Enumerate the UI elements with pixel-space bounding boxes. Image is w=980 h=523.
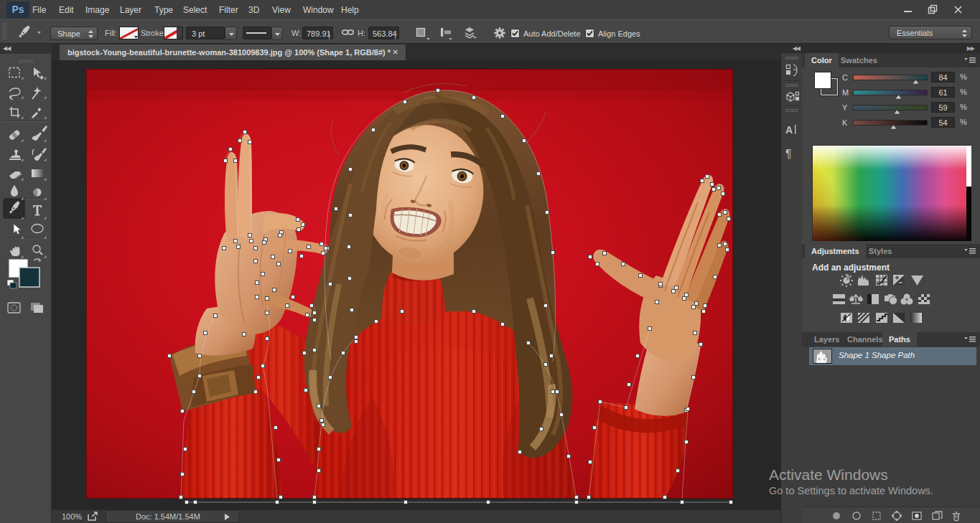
svg-text:¶: ¶ [785,148,792,160]
svg-text:A: A [785,124,793,136]
